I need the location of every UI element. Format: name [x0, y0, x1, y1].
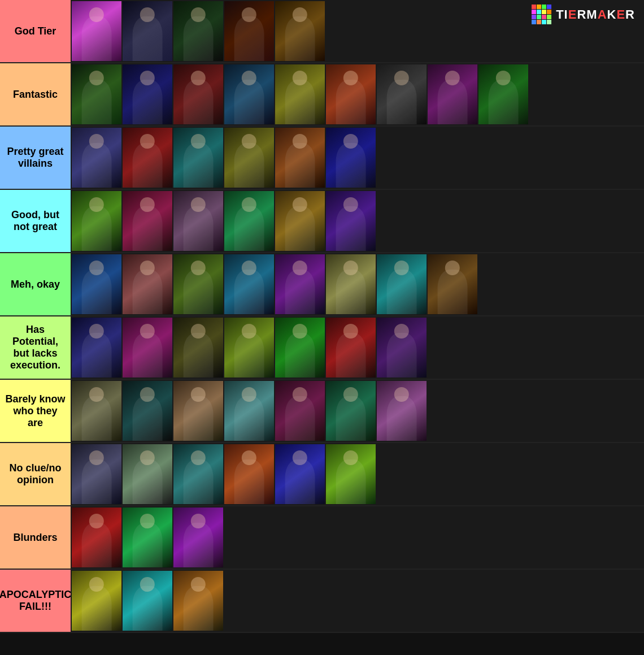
card-g1[interactable] — [72, 1, 121, 61]
tier-row-fantastic: Fantastic — [0, 63, 644, 127]
card-hp6[interactable] — [326, 318, 376, 378]
card-hp7[interactable] — [377, 318, 427, 378]
card-m5[interactable] — [275, 254, 325, 314]
tier-label-apocalyptic: APOCALYPTIC FAIL!!! — [0, 570, 71, 632]
card-image-f7 — [377, 64, 427, 124]
card-pg4[interactable] — [224, 128, 274, 188]
card-m7[interactable] — [377, 254, 427, 314]
tier-row-apocalyptic: APOCALYPTIC FAIL!!! — [0, 570, 644, 633]
card-image-ap2 — [123, 571, 172, 631]
card-bl1[interactable] — [72, 507, 121, 567]
tier-items-potential — [71, 316, 644, 379]
card-image-nc3 — [173, 444, 223, 504]
card-m3[interactable] — [173, 254, 223, 314]
tier-label-god-tier: God Tier — [0, 0, 71, 62]
card-pg1[interactable] — [72, 128, 121, 188]
card-bk5[interactable] — [275, 381, 325, 441]
card-hp2[interactable] — [123, 318, 172, 378]
card-pg3[interactable] — [173, 128, 223, 188]
tier-items-no-clue — [71, 443, 644, 505]
card-m2[interactable] — [123, 254, 172, 314]
card-image-m1 — [72, 254, 121, 314]
card-image-pg5 — [275, 128, 325, 188]
card-gng2[interactable] — [123, 191, 172, 251]
card-g5[interactable] — [275, 1, 325, 61]
card-pg2[interactable] — [123, 128, 172, 188]
tier-row-blunders: Blunders — [0, 506, 644, 570]
card-bk7[interactable] — [377, 381, 427, 441]
card-f6[interactable] — [326, 64, 376, 124]
card-image-f3 — [173, 64, 223, 124]
card-bk4[interactable] — [224, 381, 274, 441]
card-g4[interactable] — [224, 1, 274, 61]
card-ap1[interactable] — [72, 571, 121, 631]
card-hp1[interactable] — [72, 318, 121, 378]
card-hp4[interactable] — [224, 318, 274, 378]
tier-label-potential: Has Potential, but lacks execution. — [0, 316, 71, 379]
card-image-pg1 — [72, 128, 121, 188]
card-g2[interactable] — [123, 1, 172, 61]
tier-label-no-clue: No clue/no opinion — [0, 443, 71, 505]
card-m8[interactable] — [428, 254, 477, 314]
card-image-g3 — [173, 1, 223, 61]
card-m1[interactable] — [72, 254, 121, 314]
card-f7[interactable] — [377, 64, 427, 124]
card-pg5[interactable] — [275, 128, 325, 188]
card-image-g2 — [123, 1, 172, 61]
card-bk2[interactable] — [123, 381, 172, 441]
card-image-f4 — [224, 64, 274, 124]
card-f1[interactable] — [72, 64, 121, 124]
tier-items-blunders — [71, 506, 644, 569]
card-image-m8 — [428, 254, 477, 314]
card-gng3[interactable] — [173, 191, 223, 251]
tier-label-barely-know: Barely know who they are — [0, 380, 71, 442]
card-image-nc5 — [275, 444, 325, 504]
card-f9[interactable] — [478, 64, 528, 124]
card-image-bl1 — [72, 507, 121, 567]
card-image-f1 — [72, 64, 121, 124]
tier-row-pretty-great: Pretty great villains — [0, 127, 644, 190]
card-nc1[interactable] — [72, 444, 121, 504]
card-gng4[interactable] — [224, 191, 274, 251]
card-bk3[interactable] — [173, 381, 223, 441]
card-ap3[interactable] — [173, 571, 223, 631]
card-gng6[interactable] — [326, 191, 376, 251]
card-image-gng2 — [123, 191, 172, 251]
card-f2[interactable] — [123, 64, 172, 124]
card-f8[interactable] — [428, 64, 477, 124]
card-bl2[interactable] — [123, 507, 172, 567]
card-gng5[interactable] — [275, 191, 325, 251]
card-nc4[interactable] — [224, 444, 274, 504]
card-gng1[interactable] — [72, 191, 121, 251]
card-bl3[interactable] — [173, 507, 223, 567]
card-image-bl3 — [173, 507, 223, 567]
card-nc6[interactable] — [326, 444, 376, 504]
card-f5[interactable] — [275, 64, 325, 124]
tier-items-apocalyptic — [71, 570, 644, 632]
card-image-gng1 — [72, 191, 121, 251]
card-nc5[interactable] — [275, 444, 325, 504]
card-image-hp6 — [326, 318, 376, 378]
card-m4[interactable] — [224, 254, 274, 314]
card-f3[interactable] — [173, 64, 223, 124]
card-f4[interactable] — [224, 64, 274, 124]
card-m6[interactable] — [326, 254, 376, 314]
card-image-g1 — [72, 1, 121, 61]
tier-row-meh: Meh, okay — [0, 253, 644, 316]
card-image-pg4 — [224, 128, 274, 188]
card-ap2[interactable] — [123, 571, 172, 631]
card-image-pg2 — [123, 128, 172, 188]
card-image-bk3 — [173, 381, 223, 441]
card-image-m7 — [377, 254, 427, 314]
card-hp5[interactable] — [275, 318, 325, 378]
logo-text: TiERmAkER — [556, 7, 635, 22]
card-image-ap1 — [72, 571, 121, 631]
card-nc3[interactable] — [173, 444, 223, 504]
card-hp3[interactable] — [173, 318, 223, 378]
card-bk6[interactable] — [326, 381, 376, 441]
card-nc2[interactable] — [123, 444, 172, 504]
tier-items-fantastic — [71, 63, 644, 125]
card-bk1[interactable] — [72, 381, 121, 441]
card-g3[interactable] — [173, 1, 223, 61]
card-pg6[interactable] — [326, 128, 376, 188]
